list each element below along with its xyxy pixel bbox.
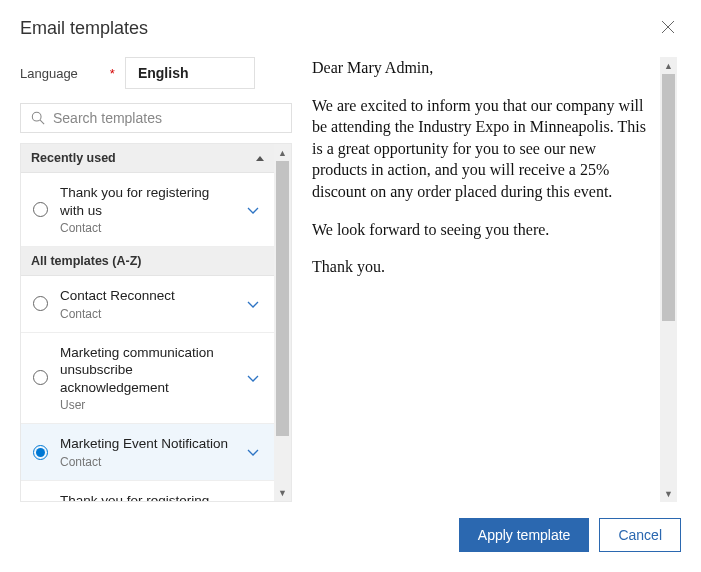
section-header-all[interactable]: All templates (A-Z) — [21, 247, 274, 276]
dialog-footer: Apply template Cancel — [20, 502, 681, 552]
scroll-down-icon[interactable]: ▼ — [274, 484, 291, 501]
left-pane: Language * English Recently used — [20, 57, 292, 502]
dialog-content: Language * English Recently used — [20, 57, 681, 502]
radio-button-checked[interactable] — [33, 445, 48, 460]
template-name: Contact Reconnect — [60, 287, 236, 305]
scroll-down-icon[interactable]: ▼ — [660, 485, 677, 502]
preview-greeting: Dear Mary Admin, — [312, 57, 650, 79]
close-icon — [661, 20, 675, 34]
template-name: Marketing communication unsubscribe ackn… — [60, 344, 236, 397]
apply-template-button[interactable]: Apply template — [459, 518, 590, 552]
caret-up-icon — [256, 156, 264, 161]
template-name: Thank you for registering with us — [60, 184, 236, 219]
radio-button[interactable] — [33, 370, 48, 385]
search-input[interactable] — [53, 110, 281, 126]
scroll-thumb[interactable] — [276, 161, 289, 436]
chevron-down-icon — [246, 445, 260, 459]
template-subtype: Contact — [60, 307, 236, 321]
template-name: Marketing Event Notification — [60, 435, 236, 453]
language-row: Language * English — [20, 57, 292, 89]
preview-pane: Dear Mary Admin, We are excited to infor… — [292, 57, 681, 502]
template-item[interactable]: Thank you for registering with us Contac… — [21, 173, 274, 247]
preview-scrollbar[interactable]: ▲ ▼ — [660, 57, 677, 502]
template-text: Marketing Event Notification Contact — [60, 435, 242, 469]
template-item[interactable]: Marketing communication unsubscribe ackn… — [21, 333, 274, 425]
expand-button[interactable] — [242, 293, 264, 315]
section-recent-label: Recently used — [31, 151, 116, 165]
scroll-up-icon[interactable]: ▲ — [274, 144, 291, 161]
template-item[interactable]: Thank you for registering with us Contac… — [21, 481, 274, 501]
template-subtype: User — [60, 398, 236, 412]
chevron-down-icon — [246, 297, 260, 311]
template-item-selected[interactable]: Marketing Event Notification Contact — [21, 424, 274, 481]
preview-body: Dear Mary Admin, We are excited to infor… — [312, 57, 660, 502]
template-text: Thank you for registering with us Contac… — [60, 184, 242, 235]
radio-button[interactable] — [33, 296, 48, 311]
required-indicator: * — [110, 66, 115, 81]
preview-paragraph: We are excited to inform you that our co… — [312, 95, 650, 203]
scroll-track[interactable] — [274, 161, 291, 484]
scroll-track[interactable] — [660, 74, 677, 485]
preview-paragraph: We look forward to seeing you there. — [312, 219, 650, 241]
template-name: Thank you for registering with us — [60, 492, 236, 501]
search-box[interactable] — [20, 103, 292, 133]
cancel-button[interactable]: Cancel — [599, 518, 681, 552]
section-all-label: All templates (A-Z) — [31, 254, 141, 268]
chevron-down-icon — [246, 371, 260, 385]
list-scrollbar[interactable]: ▲ ▼ — [274, 144, 291, 501]
language-select[interactable]: English — [125, 57, 255, 89]
template-subtype: Contact — [60, 221, 236, 235]
template-text: Thank you for registering with us Contac… — [60, 492, 242, 501]
section-header-recent[interactable]: Recently used — [21, 144, 274, 173]
email-templates-dialog: Email templates Language * English Recen… — [0, 0, 701, 572]
search-icon — [31, 111, 45, 125]
dialog-header: Email templates — [20, 18, 681, 39]
close-button[interactable] — [655, 18, 681, 39]
language-label: Language — [20, 66, 78, 81]
template-text: Contact Reconnect Contact — [60, 287, 242, 321]
template-item[interactable]: Contact Reconnect Contact — [21, 276, 274, 333]
template-text: Marketing communication unsubscribe ackn… — [60, 344, 242, 413]
expand-button[interactable] — [242, 199, 264, 221]
scroll-thumb[interactable] — [662, 74, 675, 321]
svg-line-1 — [40, 120, 44, 124]
template-list-container: Recently used Thank you for registering … — [20, 143, 292, 502]
svg-point-0 — [32, 112, 41, 121]
expand-button[interactable] — [242, 367, 264, 389]
scroll-up-icon[interactable]: ▲ — [660, 57, 677, 74]
template-subtype: Contact — [60, 455, 236, 469]
expand-button[interactable] — [242, 441, 264, 463]
preview-closing: Thank you. — [312, 256, 650, 278]
dialog-title: Email templates — [20, 18, 148, 39]
radio-button[interactable] — [33, 202, 48, 217]
chevron-down-icon — [246, 203, 260, 217]
template-list[interactable]: Recently used Thank you for registering … — [21, 144, 274, 501]
